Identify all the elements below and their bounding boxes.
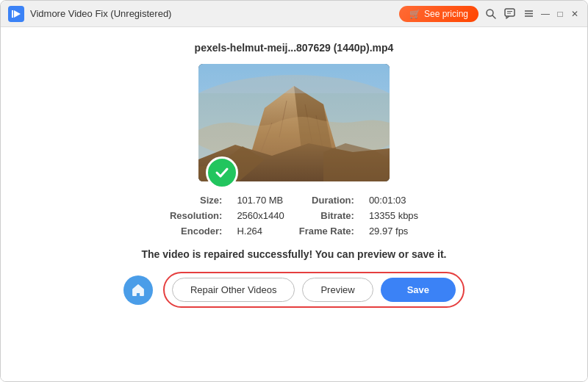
framerate-value: 29.97 fps (369, 226, 418, 237)
encoder-value: H.264 (237, 226, 284, 237)
framerate-label: Frame Rate: (299, 226, 354, 237)
resolution-value: 2560x1440 (237, 210, 284, 221)
duration-label: Duration: (299, 195, 354, 206)
chat-button[interactable] (502, 7, 517, 21)
search-button[interactable] (483, 7, 498, 21)
preview-button[interactable]: Preview (302, 278, 373, 302)
bitrate-value: 13355 kbps (369, 210, 418, 221)
svg-rect-2 (12, 10, 13, 18)
cart-icon: 🛒 (409, 9, 420, 19)
menu-button[interactable] (521, 7, 536, 21)
titlebar: Vidmore Video Fix (Unregistered) 🛒 See p… (1, 1, 587, 27)
svg-line-4 (492, 15, 495, 18)
pricing-button[interactable]: 🛒 See pricing (399, 6, 478, 22)
bitrate-label: Bitrate: (299, 210, 354, 221)
main-content: pexels-helmut-meij...807629 (1440p).mp4 (1, 27, 587, 382)
repair-other-button[interactable]: Repair Other Videos (172, 278, 295, 302)
close-button[interactable]: ✕ (570, 9, 580, 19)
size-label: Size: (170, 195, 223, 206)
encoder-label: Encoder: (170, 226, 223, 237)
save-button[interactable]: Save (381, 278, 456, 302)
video-thumbnail-container (198, 64, 390, 181)
maximize-button[interactable]: □ (555, 9, 565, 19)
success-check-badge (206, 156, 238, 189)
titlebar-actions: 🛒 See pricing — □ ✕ (399, 6, 580, 22)
file-info-grid: Size: 101.70 MB Duration: 00:01:03 Resol… (170, 195, 418, 237)
size-value: 101.70 MB (237, 195, 284, 206)
minimize-button[interactable]: — (540, 9, 551, 19)
home-button[interactable] (123, 275, 153, 305)
app-logo (8, 6, 24, 22)
action-buttons-group: Repair Other Videos Preview Save (163, 272, 465, 308)
bottom-bar: Repair Other Videos Preview Save (30, 272, 558, 308)
success-message: The video is repaired successfully! You … (142, 248, 447, 260)
svg-rect-5 (505, 9, 514, 16)
duration-value: 00:01:03 (369, 195, 418, 206)
svg-rect-22 (198, 64, 390, 93)
filename-label: pexels-helmut-meij...807629 (1440p).mp4 (195, 42, 394, 54)
resolution-label: Resolution: (170, 210, 223, 221)
